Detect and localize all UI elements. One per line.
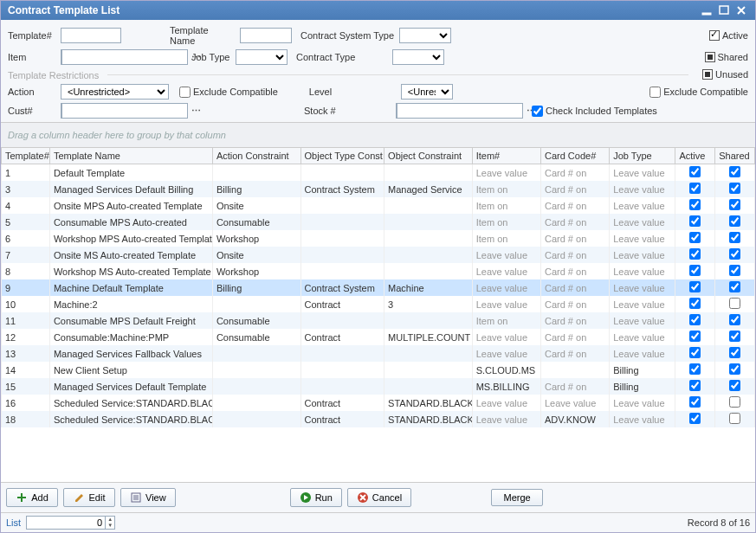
row-checkbox[interactable] — [689, 413, 701, 424]
cancel-button[interactable]: Cancel — [347, 488, 411, 507]
level-select[interactable]: <Unres — [401, 84, 453, 100]
maximize-icon[interactable] — [717, 4, 731, 16]
col-objtype[interactable]: Object Type Const — [300, 148, 384, 164]
contracttype-select[interactable] — [392, 49, 444, 65]
table-row[interactable]: 8Workshop MS Auto-created TemplateWorksh… — [2, 263, 755, 279]
action-select[interactable]: <Unrestricted> — [61, 84, 169, 100]
jobtype-select[interactable] — [236, 49, 288, 65]
table-row[interactable]: 4Onsite MPS Auto-created TemplateOnsiteI… — [2, 197, 755, 214]
row-checkbox[interactable] — [689, 396, 701, 408]
row-checkbox[interactable] — [689, 314, 701, 325]
checkbox-icon[interactable] — [179, 87, 191, 98]
table-row[interactable]: 13Managed Services Fallback ValuesLeave … — [2, 345, 755, 362]
table-cell — [384, 263, 473, 279]
active-checkbox[interactable]: Active — [709, 30, 748, 41]
list-link[interactable]: List — [6, 517, 21, 528]
row-checkbox[interactable] — [689, 183, 701, 194]
table-row[interactable]: 7Onsite MS Auto-created TemplateOnsiteLe… — [2, 247, 755, 263]
item-lookup[interactable]: ⋯ — [61, 49, 169, 65]
stockno-input[interactable] — [397, 103, 523, 119]
row-checkbox[interactable] — [729, 396, 740, 408]
row-checkbox[interactable] — [729, 215, 740, 227]
table-row[interactable]: 1Default TemplateLeave valueCard # onLea… — [2, 164, 755, 182]
col-jobtype[interactable]: Job Type — [610, 148, 675, 164]
row-checkbox[interactable] — [689, 265, 701, 276]
table-row[interactable]: 6Workshop MPS Auto-created TemplateWorks… — [2, 230, 755, 247]
col-objcons[interactable]: Object Constraint — [384, 148, 473, 164]
col-templatename[interactable]: Template Name — [49, 148, 212, 164]
row-checkbox[interactable] — [729, 166, 740, 177]
list-spinner-input[interactable] — [27, 517, 105, 529]
table-row[interactable]: 3Managed Services Default BillingBilling… — [2, 181, 755, 197]
minimize-icon[interactable] — [700, 4, 714, 16]
custno-lookup[interactable]: ⋯ — [61, 103, 169, 119]
templateno-input[interactable] — [61, 28, 121, 43]
row-checkbox[interactable] — [729, 183, 740, 194]
row-checkbox[interactable] — [689, 166, 701, 177]
custno-input[interactable] — [61, 103, 188, 119]
stockno-lookup[interactable]: ⋯ — [396, 103, 521, 119]
row-checkbox[interactable] — [729, 281, 740, 292]
group-by-bar[interactable]: Drag a column header here to group by th… — [1, 123, 755, 148]
row-checkbox[interactable] — [689, 347, 701, 358]
item-input[interactable] — [61, 49, 188, 65]
col-action[interactable]: Action Constraint — [212, 148, 300, 164]
exclude-compatible-1[interactable]: Exclude Compatible — [179, 87, 278, 98]
row-checkbox[interactable] — [729, 314, 740, 325]
grid-header-row[interactable]: Template# Template Name Action Constrain… — [2, 148, 755, 164]
table-row[interactable]: 14New Client SetupS.CLOUD.MSBilling — [2, 362, 755, 378]
row-checkbox[interactable] — [689, 331, 701, 342]
table-row[interactable]: 12Consumable:Machine:PMPConsumableContra… — [2, 329, 755, 345]
add-button[interactable]: Add — [6, 488, 58, 507]
row-checkbox[interactable] — [729, 199, 740, 210]
spinner-down-icon[interactable]: ▼ — [106, 523, 114, 529]
col-shared[interactable]: Shared — [715, 148, 755, 164]
table-row[interactable]: 10Machine:2Contract3Leave valueCard # on… — [2, 296, 755, 312]
row-checkbox[interactable] — [729, 331, 740, 342]
col-item[interactable]: Item# — [472, 148, 540, 164]
row-checkbox[interactable] — [729, 298, 740, 309]
col-templateno[interactable]: Template# — [2, 148, 50, 164]
merge-button[interactable]: Merge — [491, 489, 543, 506]
row-checkbox[interactable] — [729, 265, 740, 276]
contractsystemtype-select[interactable] — [399, 28, 451, 43]
row-checkbox[interactable] — [689, 232, 701, 243]
list-spinner[interactable]: ▲ ▼ — [26, 516, 115, 530]
table-cell — [715, 411, 755, 427]
checkbox-icon[interactable] — [649, 87, 661, 98]
table-row[interactable]: 18Scheduled Service:STANDARD.BLACK1Contr… — [2, 411, 755, 427]
row-checkbox[interactable] — [729, 413, 740, 424]
table-row[interactable]: 9Machine Default TemplateBillingContract… — [2, 279, 755, 296]
checkbox-icon[interactable] — [532, 106, 543, 117]
col-card[interactable]: Card Code# — [540, 148, 609, 164]
table-row[interactable]: 16Scheduled Service:STANDARD.BLACKContra… — [2, 395, 755, 411]
table-row[interactable]: 11Consumable MPS Default FreightConsumab… — [2, 312, 755, 329]
exclude-compatible-2[interactable]: Exclude Compatible — [649, 87, 748, 98]
ellipsis-icon[interactable]: ⋯ — [188, 106, 204, 117]
view-button[interactable]: View — [120, 488, 176, 507]
row-checkbox[interactable] — [689, 199, 701, 210]
col-active[interactable]: Active — [675, 148, 715, 164]
table-row[interactable]: 5Consumable MPS Auto-createdConsumableIt… — [2, 214, 755, 230]
row-checkbox[interactable] — [689, 298, 701, 309]
row-checkbox[interactable] — [689, 363, 701, 375]
row-checkbox[interactable] — [689, 281, 701, 292]
row-checkbox[interactable] — [689, 215, 701, 227]
row-checkbox[interactable] — [689, 380, 701, 391]
shared-checkbox[interactable]: Shared — [705, 52, 748, 62]
row-checkbox[interactable] — [729, 347, 740, 358]
edit-button[interactable]: Edit — [63, 488, 115, 507]
row-checkbox[interactable] — [729, 248, 740, 260]
table-row[interactable]: 15Managed Services Default TemplateMS.BI… — [2, 378, 755, 395]
check-included-templates[interactable]: Check Included Templates — [532, 106, 657, 117]
template-grid[interactable]: Template# Template Name Action Constrain… — [1, 148, 755, 482]
spinner-up-icon[interactable]: ▲ — [106, 517, 114, 523]
row-checkbox[interactable] — [729, 380, 740, 391]
templatename-input[interactable] — [240, 28, 292, 43]
row-checkbox[interactable] — [729, 232, 740, 243]
row-checkbox[interactable] — [729, 363, 740, 375]
run-button[interactable]: Run — [290, 488, 342, 507]
unused-checkbox[interactable]: Unused — [702, 69, 748, 80]
row-checkbox[interactable] — [689, 248, 701, 260]
close-icon[interactable] — [734, 4, 748, 16]
